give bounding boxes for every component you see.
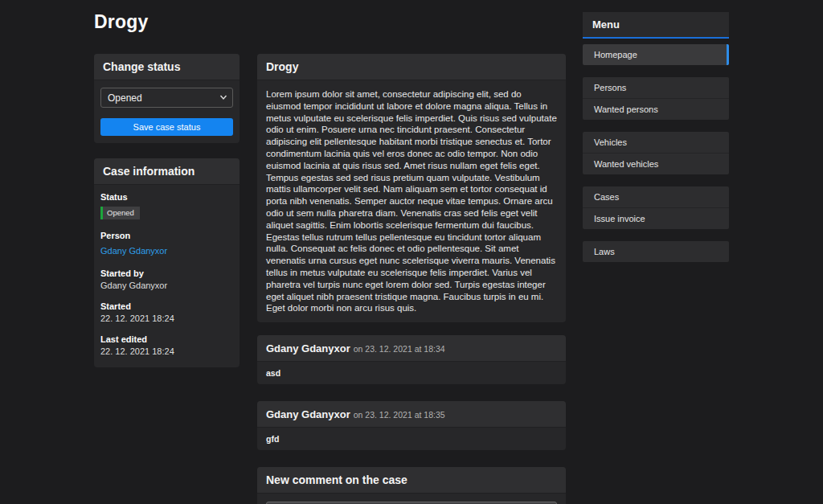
new-comment-card: New comment on the case (257, 467, 566, 504)
menu-item-homepage[interactable]: Homepage (583, 44, 729, 65)
comment-card: Gdany Gdanyxoron 23. 12. 2021 at 18:35 g… (257, 401, 566, 450)
case-detail-card: Drogy Lorem ipsum dolor sit amet, consec… (257, 54, 566, 322)
menu-item-persons[interactable]: Persons (583, 77, 729, 98)
case-detail-title: Drogy (257, 54, 566, 80)
comment-header: Gdany Gdanyxoron 23. 12. 2021 at 18:35 (257, 401, 566, 428)
status-badge: Opened (100, 207, 140, 219)
last-edited-value: 22. 12. 2021 18:24 (100, 346, 233, 356)
menu-item-issue-invoice[interactable]: Issue invoice (583, 207, 729, 229)
last-edited-field: Last edited 22. 12. 2021 18:24 (100, 334, 233, 356)
menu-group-cases: Cases Issue invoice (583, 186, 729, 229)
started-field: Started 22. 12. 2021 18:24 (100, 301, 233, 323)
menu-item-wanted-vehicles[interactable]: Wanted vehicles (583, 153, 729, 174)
comment-timestamp: on 23. 12. 2021 at 18:34 (354, 344, 445, 354)
comment-author: Gdany Gdanyxor (266, 408, 350, 420)
save-case-status-button[interactable]: Save case status (100, 118, 233, 136)
started-value: 22. 12. 2021 18:24 (100, 313, 233, 323)
status-field: Status Opened (100, 192, 233, 219)
menu-title: Menu (583, 12, 729, 39)
started-by-field: Started by Gdany Gdanyxor (100, 268, 233, 290)
menu-sidebar: Menu Homepage Persons Wanted persons Veh… (583, 12, 729, 274)
person-link[interactable]: Gdany Gdanyxor (100, 246, 167, 256)
change-status-title: Change status (94, 54, 240, 80)
main-column: Drogy Lorem ipsum dolor sit amet, consec… (257, 54, 566, 504)
comment-author: Gdany Gdanyxor (266, 342, 350, 354)
case-information-card: Case information Status Opened Person Gd… (94, 158, 240, 367)
menu-item-wanted-persons[interactable]: Wanted persons (583, 98, 729, 120)
case-information-title: Case information (94, 158, 240, 185)
started-by-value: Gdany Gdanyxor (100, 281, 233, 290)
menu-group-persons: Persons Wanted persons (583, 77, 729, 120)
comment-body: asd (257, 362, 566, 384)
menu-group-vehicles: Vehicles Wanted vehicles (583, 132, 729, 174)
person-label: Person (100, 231, 233, 240)
menu-item-vehicles[interactable]: Vehicles (583, 132, 729, 153)
person-field: Person Gdany Gdanyxor (100, 231, 233, 257)
left-column: Change status Opened Save case status Ca… (94, 54, 240, 383)
comment-header: Gdany Gdanyxoron 23. 12. 2021 at 18:34 (257, 335, 566, 362)
comment-card: Gdany Gdanyxoron 23. 12. 2021 at 18:34 a… (257, 335, 566, 384)
menu-item-laws[interactable]: Laws (583, 241, 729, 262)
change-status-card: Change status Opened Save case status (94, 54, 240, 143)
status-label: Status (100, 192, 233, 202)
started-label: Started (100, 301, 233, 311)
last-edited-label: Last edited (100, 334, 233, 344)
menu-group-homepage: Homepage (583, 44, 729, 65)
new-comment-title: New comment on the case (257, 467, 566, 494)
page-title: Drogy (94, 11, 148, 33)
comment-body: gfd (257, 428, 566, 450)
menu-item-cases[interactable]: Cases (583, 186, 729, 207)
started-by-label: Started by (100, 268, 233, 278)
status-select[interactable]: Opened (100, 88, 233, 108)
menu-group-laws: Laws (583, 241, 729, 262)
comment-timestamp: on 23. 12. 2021 at 18:35 (354, 410, 445, 420)
case-description: Lorem ipsum dolor sit amet, consectetur … (266, 88, 557, 314)
